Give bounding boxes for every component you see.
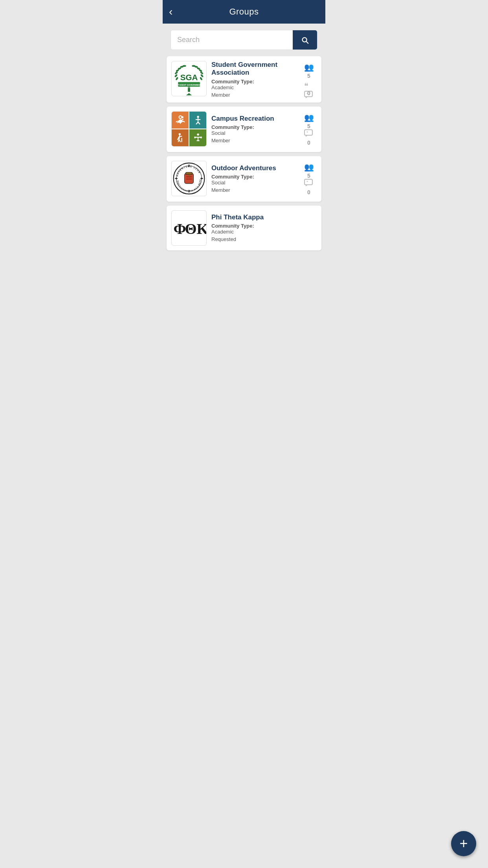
svg-point-39: [188, 175, 190, 176]
group-logo-outdoor: ADVENTURE CLUB DISCOVERING THE WILD BEAU…: [171, 161, 207, 196]
svg-point-8: [200, 74, 204, 78]
group-type-ptk: Academic: [211, 229, 296, 235]
svg-point-1: [174, 74, 178, 78]
group-card-ptk[interactable]: Φ Θ K Phi Theta Kappa Community Type: Ac…: [167, 206, 321, 250]
group-card-sga[interactable]: SGA STUDENT GOVERNMENT ASSOCIATION Stude…: [167, 56, 321, 103]
group-stats-sga: 👥 5 ❝ 0: [301, 61, 317, 98]
svg-text:❝: ❝: [306, 180, 308, 184]
group-card-campus-rec[interactable]: Campus Recreation Community Type: Social…: [167, 107, 321, 152]
group-info-ptk: Phi Theta Kappa Community Type: Academic…: [211, 210, 296, 246]
svg-text:SGA: SGA: [180, 73, 198, 82]
group-type-campus-rec: Social: [211, 130, 296, 136]
svg-text:ASSOCIATION: ASSOCIATION: [183, 86, 195, 88]
group-info-sga: Student Government Association Community…: [211, 61, 296, 98]
group-info-campus-rec: Campus Recreation Community Type: Social…: [211, 111, 296, 147]
group-status-ptk: Requested: [211, 236, 296, 242]
svg-text:❝: ❝: [306, 131, 308, 134]
group-status-campus-rec: Member: [211, 138, 296, 143]
group-logo-campus-rec: [171, 111, 207, 147]
svg-rect-48: [305, 179, 312, 185]
group-status-outdoor: Member: [211, 187, 296, 193]
group-card-outdoor[interactable]: ADVENTURE CLUB DISCOVERING THE WILD BEAU…: [167, 156, 321, 202]
svg-text:Φ: Φ: [173, 220, 186, 237]
svg-text:❝: ❝: [306, 92, 308, 96]
svg-marker-46: [201, 177, 203, 180]
group-type-label-outdoor: Community Type:: [211, 174, 296, 180]
group-name-sga: Student Government Association: [211, 61, 296, 77]
group-status-sga: Member: [211, 92, 296, 98]
message-stat-campus-rec: ❝ 0: [304, 129, 314, 146]
group-logo-ptk: Φ Θ K: [171, 210, 207, 246]
group-name-campus-rec: Campus Recreation: [211, 115, 296, 123]
message-stat-sga: ❝ 0: [304, 81, 314, 96]
svg-rect-27: [194, 137, 196, 138]
search-button[interactable]: [293, 30, 317, 50]
svg-point-22: [181, 116, 183, 118]
svg-point-24: [178, 133, 180, 135]
search-container: [163, 24, 325, 56]
message-stat-outdoor: ❝ 0: [304, 179, 314, 195]
svg-rect-28: [200, 137, 202, 138]
groups-list: SGA STUDENT GOVERNMENT ASSOCIATION Stude…: [163, 56, 325, 250]
page-title: Groups: [229, 7, 259, 17]
svg-point-26: [197, 134, 199, 136]
people-icon-campus-rec: 👥: [304, 113, 314, 122]
rec-cell-swim: [172, 112, 189, 129]
svg-point-13: [192, 65, 195, 67]
search-icon: [301, 36, 309, 44]
people-icon-outdoor: 👥: [304, 162, 314, 172]
header: ‹ Groups: [163, 0, 325, 24]
search-input[interactable]: [171, 30, 293, 50]
svg-point-6: [183, 65, 186, 67]
rec-cell-yoga: [189, 112, 206, 129]
group-type-label-sga: Community Type:: [211, 79, 296, 85]
adventure-logo-image: ADVENTURE CLUB DISCOVERING THE WILD BEAU…: [172, 162, 206, 195]
group-type-sga: Academic: [211, 85, 296, 90]
chat-icon-sga: ❝: [304, 81, 314, 89]
group-type-outdoor: Social: [211, 180, 296, 186]
sga-logo-image: SGA STUDENT GOVERNMENT ASSOCIATION: [172, 61, 206, 96]
back-button[interactable]: ‹: [169, 6, 172, 17]
group-stats-outdoor: 👥 5 ❝ 0: [301, 161, 317, 197]
search-bar: [171, 30, 317, 50]
svg-point-7: [200, 77, 203, 81]
svg-text:K: K: [196, 220, 206, 237]
svg-rect-20: [305, 91, 312, 97]
group-stats-campus-rec: 👥 5 ❝ 0: [301, 111, 317, 147]
group-name-outdoor: Outdoor Adventures: [211, 164, 296, 172]
group-type-label-ptk: Community Type:: [211, 223, 296, 229]
group-name-ptk: Phi Theta Kappa: [211, 213, 296, 221]
chat-icon-campus-rec: ❝: [304, 129, 314, 139]
member-count-sga: 5: [307, 73, 310, 79]
ptk-logo-image: Φ Θ K: [172, 216, 206, 240]
rec-cell-hike: [172, 129, 189, 146]
member-count-campus-rec: 5: [307, 123, 310, 129]
campus-rec-logo-image: [172, 112, 206, 146]
svg-point-0: [175, 77, 178, 81]
svg-marker-44: [175, 177, 177, 180]
svg-text:Θ: Θ: [185, 220, 196, 237]
svg-rect-29: [305, 130, 312, 135]
message-count-outdoor: 0: [307, 189, 310, 195]
member-stat-outdoor: 👥 5: [304, 162, 314, 179]
svg-marker-15: [186, 93, 192, 96]
group-type-label-campus-rec: Community Type:: [211, 124, 296, 130]
message-count-campus-rec: 0: [307, 140, 310, 146]
svg-rect-38: [186, 178, 192, 180]
svg-point-23: [197, 116, 199, 118]
rec-cell-lift: [189, 129, 206, 146]
chat-icon-outdoor: ❝: [304, 179, 314, 188]
group-stats-ptk: [301, 210, 317, 246]
member-count-outdoor: 5: [307, 173, 310, 179]
svg-rect-36: [185, 172, 192, 175]
people-icon-sga: 👥: [304, 63, 314, 72]
member-stat-sga: 👥 5: [304, 63, 314, 79]
group-logo-sga: SGA STUDENT GOVERNMENT ASSOCIATION: [171, 61, 207, 96]
svg-text:STUDENT GOVERNMENT: STUDENT GOVERNMENT: [177, 84, 202, 86]
group-info-outdoor: Outdoor Adventures Community Type: Socia…: [211, 161, 296, 197]
member-stat-campus-rec: 👥 5: [304, 113, 314, 129]
